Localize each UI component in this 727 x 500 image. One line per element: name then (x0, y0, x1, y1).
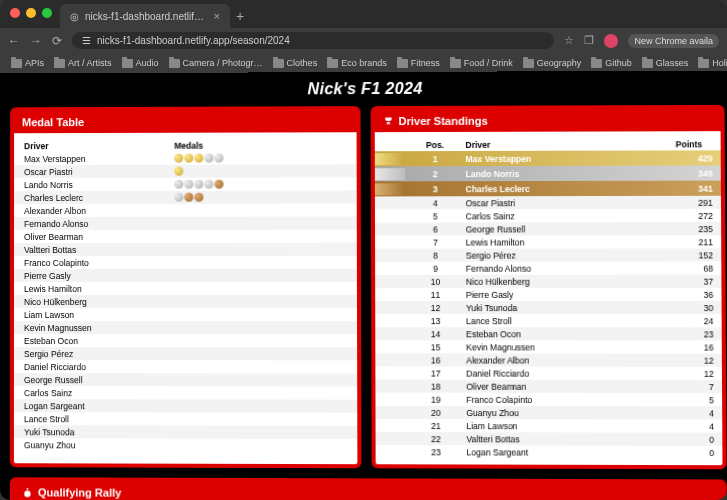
standing-row: 12Yuki Tsunoda30 (375, 301, 722, 314)
points: 235 (660, 224, 721, 234)
medals-cell (175, 401, 347, 411)
driver-name: Esteban Ocon (24, 336, 174, 346)
back-button[interactable]: ← (8, 34, 20, 48)
driver-name: Oscar Piastri (466, 197, 660, 207)
standing-row: 8Sergio Pérez152 (375, 248, 722, 261)
medal-silver-icon (184, 180, 193, 189)
folder-icon (698, 59, 709, 68)
medal-gold-icon (184, 154, 193, 163)
bookmark-item[interactable]: Camera / Photogr… (166, 57, 266, 69)
position: 5 (405, 211, 466, 221)
medal-row: Fernando Alonso (14, 217, 356, 230)
medals-cell (174, 283, 346, 293)
driver-name: Sergio Pérez (24, 349, 175, 359)
points: 37 (660, 276, 721, 286)
medal-table-heading: Medal Table (22, 116, 84, 128)
medal-bronze-icon (194, 193, 203, 202)
bookmark-item[interactable]: Clothes (270, 57, 321, 69)
medal-row: Carlos Sainz (14, 386, 357, 400)
tab-strip: ◎ nicks-f1-dashboard.netlify.ap × + (60, 4, 727, 28)
medal-row: Pierre Gasly (14, 269, 356, 282)
driver-name: George Russell (24, 375, 175, 385)
points: 36 (660, 289, 721, 299)
medals-cell (174, 336, 346, 346)
position: 12 (405, 302, 466, 312)
driver-name: Kevin Magnussen (24, 323, 174, 333)
driver-name: Lewis Hamilton (466, 237, 660, 247)
bookmark-item[interactable]: Geography (520, 57, 585, 69)
driver-name: Franco Colapinto (24, 257, 174, 267)
position: 17 (405, 368, 466, 378)
trophy-icon (382, 116, 393, 127)
medals-cell (174, 310, 346, 320)
bookmark-label: Camera / Photogr… (183, 58, 263, 68)
bookmark-item[interactable]: Glasses (639, 57, 692, 69)
driver-name: Nico Hülkenberg (24, 296, 174, 306)
standing-row: 20Guanyu Zhou4 (375, 406, 722, 420)
bookmark-item[interactable]: Github (588, 57, 635, 69)
bookmark-item[interactable]: Audio (119, 57, 162, 69)
driver-name: Liam Lawson (466, 421, 660, 432)
driver-standings-card: Driver Standings Pos.DriverPoints1Max Ve… (370, 105, 726, 469)
col-medals: Medals (174, 140, 346, 150)
address-bar[interactable]: ☰ nicks-f1-dashboard.netlify.app/season/… (72, 32, 554, 49)
bookmark-label: Holidays (712, 58, 727, 68)
folder-icon (273, 59, 284, 68)
minimize-window[interactable] (26, 8, 36, 18)
medals-cell (174, 153, 346, 163)
standings-heading: Driver Standings (398, 115, 487, 127)
driver-name: Oliver Bearman (466, 381, 660, 391)
reload-button[interactable]: ⟳ (52, 34, 62, 48)
driver-name: Charles Leclerc (24, 192, 174, 202)
new-tab-button[interactable]: + (236, 8, 244, 24)
medal-silver-icon (214, 154, 223, 163)
bookmark-item[interactable]: Holidays (695, 57, 727, 69)
col-pos: Pos. (405, 139, 466, 149)
position: 9 (405, 263, 466, 273)
share-icon[interactable]: ☆ (564, 34, 574, 47)
driver-name: Logan Sargeant (466, 447, 660, 458)
medal-gold-icon (194, 154, 203, 163)
col-driver: Driver (24, 140, 174, 150)
folder-icon (642, 59, 653, 68)
driver-name: Daniel Ricciardo (466, 368, 660, 378)
bookmark-item[interactable]: Art / Artists (51, 57, 115, 69)
update-chip[interactable]: New Chrome availa (628, 34, 719, 48)
browser-tab[interactable]: ◎ nicks-f1-dashboard.netlify.ap × (60, 4, 230, 28)
medal-silver-icon (174, 193, 183, 202)
points: 23 (660, 329, 721, 339)
standing-row: 2Lando Norris349 (374, 165, 721, 181)
standing-row: 15Kevin Magnussen16 (375, 340, 722, 353)
podium-edge (374, 153, 404, 165)
position: 13 (405, 316, 466, 326)
bookmark-item[interactable]: Eco brands (324, 57, 390, 69)
forward-button[interactable]: → (30, 34, 42, 48)
position: 21 (405, 420, 466, 430)
extensions-icon[interactable]: ❐ (584, 34, 594, 47)
card-header: Medal Table (14, 110, 356, 133)
driver-name: Lando Norris (466, 168, 660, 179)
bookmark-label: Art / Artists (68, 58, 112, 68)
bookmark-item[interactable]: Food / Drink (447, 57, 516, 69)
svg-rect-1 (27, 488, 29, 489)
medal-row: Nico Hülkenberg (14, 295, 357, 308)
profile-icon[interactable] (604, 34, 618, 48)
site-info-icon[interactable]: ☰ (82, 35, 91, 46)
maximize-window[interactable] (42, 8, 52, 18)
position: 16 (405, 355, 466, 365)
folder-icon (523, 59, 534, 68)
bookmark-item[interactable]: Fitness (394, 57, 443, 69)
standing-row: 22Valtteri Bottas0 (375, 432, 722, 446)
bookmark-item[interactable]: APIs (8, 57, 47, 69)
medals-cell (174, 166, 346, 176)
tab-title: nicks-f1-dashboard.netlify.ap (85, 11, 208, 22)
position: 1 (405, 154, 466, 164)
standing-row: 16Alexander Albon12 (375, 353, 722, 366)
close-window[interactable] (10, 8, 20, 18)
bookmark-label: Eco brands (341, 58, 387, 68)
medal-gold-icon (174, 167, 183, 176)
points: 349 (659, 168, 720, 178)
points: 4 (661, 408, 723, 418)
close-tab-icon[interactable]: × (214, 10, 220, 22)
driver-name: Valtteri Bottas (466, 434, 660, 445)
